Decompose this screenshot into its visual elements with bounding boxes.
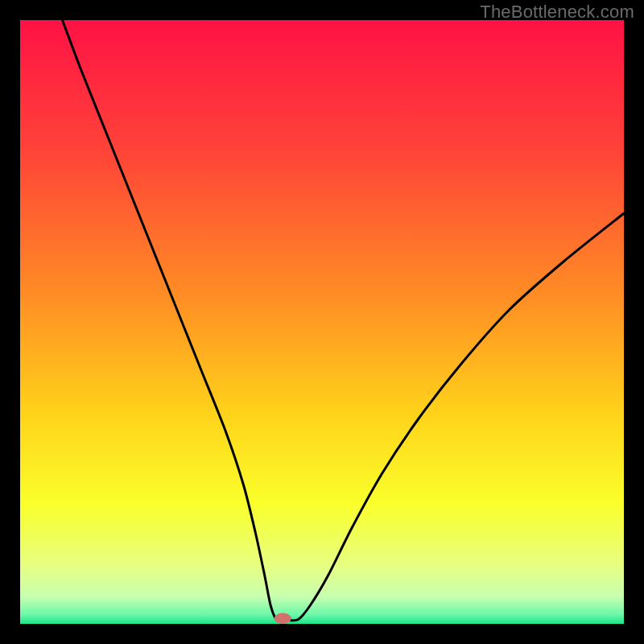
- chart-svg: [20, 20, 624, 624]
- outer-frame: TheBottleneck.com: [0, 0, 644, 644]
- gradient-background: [20, 20, 624, 624]
- optimum-marker: [275, 613, 291, 625]
- plot-area: [20, 20, 624, 624]
